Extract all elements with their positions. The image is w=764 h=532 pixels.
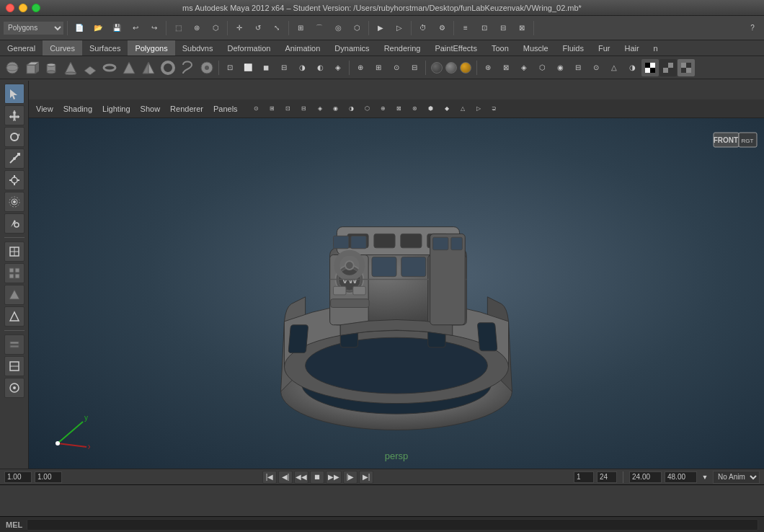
viewport-renderer-menu[interactable]: Renderer bbox=[166, 105, 208, 113]
dynamics-icon[interactable]: ⊟ bbox=[406, 59, 423, 76]
sculpt-geo-icon[interactable]: ◑ bbox=[623, 59, 641, 76]
outliner-icon[interactable]: ⊟ bbox=[494, 19, 512, 37]
pyramid-primitive-icon[interactable] bbox=[139, 58, 158, 77]
maximize-button[interactable] bbox=[32, 4, 40, 12]
plane-primitive-icon[interactable] bbox=[81, 58, 99, 77]
menu-surfaces[interactable]: Surfaces bbox=[82, 40, 128, 56]
show-manip-button[interactable] bbox=[4, 241, 25, 262]
snap-grid-icon[interactable]: ⊞ bbox=[292, 19, 309, 37]
display-mode-icon[interactable]: ⊡ bbox=[221, 59, 239, 76]
soft-mod-icon[interactable]: ⊠ bbox=[497, 59, 515, 76]
quality-low-sphere[interactable] bbox=[431, 62, 443, 74]
menu-curves[interactable]: Curves bbox=[43, 40, 82, 56]
view-cube[interactable]: FRONT RGT bbox=[710, 129, 753, 165]
vp-tb-6[interactable]: ◉ bbox=[329, 102, 343, 116]
cone-primitive-icon[interactable] bbox=[61, 58, 80, 77]
vp-tb-16[interactable]: ⊋ bbox=[487, 102, 502, 116]
sphere-primitive-icon[interactable] bbox=[3, 58, 22, 77]
render-icon[interactable]: ▶ bbox=[372, 19, 389, 37]
vp-tb-5[interactable]: ◈ bbox=[313, 102, 327, 116]
vp-tb-7[interactable]: ◑ bbox=[345, 102, 359, 116]
hypergraph-icon[interactable]: ⊠ bbox=[513, 19, 530, 37]
new-scene-icon[interactable]: 📄 bbox=[71, 19, 88, 37]
viewport-lighting-menu[interactable]: Lighting bbox=[98, 105, 135, 113]
xray-icon[interactable]: ◈ bbox=[329, 59, 347, 76]
lasso-select-icon[interactable]: ⊛ bbox=[188, 19, 205, 37]
construction-icon[interactable]: ⚙ bbox=[433, 19, 450, 37]
render-checker-icon[interactable] bbox=[678, 59, 695, 76]
vp-tb-3[interactable]: ⊡ bbox=[281, 102, 296, 116]
vp-tb-12[interactable]: ⬢ bbox=[424, 102, 438, 116]
go-to-start-button[interactable]: |◀ bbox=[262, 471, 277, 484]
menu-toon[interactable]: Toon bbox=[484, 40, 516, 56]
close-button[interactable] bbox=[6, 4, 14, 12]
rotate-tool-icon[interactable]: ↺ bbox=[249, 19, 267, 37]
snapping-icon[interactable]: ⊛ bbox=[479, 59, 497, 76]
play-back-button[interactable]: ◀◀ bbox=[294, 471, 308, 484]
start-frame-field[interactable]: 1.00 bbox=[4, 471, 32, 483]
viewport-show-menu[interactable]: Show bbox=[136, 105, 165, 113]
triangulate-icon[interactable]: △ bbox=[605, 59, 623, 76]
range-start-field[interactable]: 24.00 bbox=[629, 471, 662, 483]
checker-icon[interactable] bbox=[641, 59, 659, 76]
scale-tool-icon[interactable]: ⤡ bbox=[268, 19, 285, 37]
attribute-editor-icon[interactable]: ⊡ bbox=[476, 19, 493, 37]
soft-select-button[interactable] bbox=[4, 192, 25, 212]
prism-primitive-icon[interactable] bbox=[120, 58, 138, 77]
cylinder-primitive-icon[interactable] bbox=[42, 58, 61, 77]
viewport[interactable]: View Shading Lighting Show Renderer Pane… bbox=[29, 99, 764, 469]
vp-tb-15[interactable]: ▷ bbox=[471, 102, 486, 116]
layer-button[interactable] bbox=[4, 334, 25, 355]
bridge-icon[interactable]: ⬡ bbox=[533, 59, 551, 76]
vp-tb-8[interactable]: ⬡ bbox=[360, 102, 375, 116]
menu-rendering[interactable]: Rendering bbox=[377, 40, 428, 56]
light-icon[interactable]: ⊙ bbox=[388, 59, 405, 76]
anim-type-dropdown[interactable]: No Anim Forward Backward bbox=[713, 471, 760, 484]
stop-button[interactable]: ⏹ bbox=[310, 471, 324, 484]
quality-med-sphere[interactable] bbox=[445, 62, 457, 74]
quality-high-sphere[interactable] bbox=[460, 62, 471, 74]
helix-primitive-icon[interactable] bbox=[178, 58, 197, 77]
quick-select-button[interactable] bbox=[4, 378, 25, 398]
universal-manip-button[interactable] bbox=[4, 170, 25, 190]
ambient-icon[interactable]: ◐ bbox=[311, 59, 329, 76]
menu-deformation[interactable]: Deformation bbox=[220, 40, 277, 56]
sculpt-button[interactable] bbox=[4, 285, 25, 305]
ipr-render-icon[interactable]: ▷ bbox=[391, 19, 408, 37]
minimize-button[interactable] bbox=[19, 4, 27, 12]
channel-box-icon[interactable]: ≡ bbox=[457, 19, 474, 37]
torus-primitive-icon[interactable] bbox=[100, 58, 119, 77]
wireframe-icon[interactable]: ⬜ bbox=[239, 59, 257, 76]
lighting-icon[interactable]: ◑ bbox=[293, 59, 311, 76]
menu-general[interactable]: General bbox=[0, 40, 43, 56]
shaded-icon[interactable]: ◼ bbox=[257, 59, 275, 76]
range-arrow-icon[interactable]: ▼ bbox=[700, 471, 710, 483]
paint-select-button[interactable] bbox=[4, 213, 25, 234]
mirror-icon[interactable]: ⊟ bbox=[569, 59, 587, 76]
snap-surface-icon[interactable]: ⬡ bbox=[348, 19, 365, 37]
vp-tb-14[interactable]: △ bbox=[456, 102, 470, 116]
help-icon[interactable]: ? bbox=[744, 19, 761, 37]
viewport-panels-menu[interactable]: Panels bbox=[209, 105, 242, 113]
snap-curve-icon[interactable]: ⌒ bbox=[311, 19, 328, 37]
menu-muscle[interactable]: Muscle bbox=[516, 40, 556, 56]
vp-tb-2[interactable]: ⊞ bbox=[265, 102, 280, 116]
play-forward-button[interactable]: ▶▶ bbox=[326, 471, 342, 484]
scale-tool-button[interactable] bbox=[4, 148, 25, 169]
vp-tb-13[interactable]: ◆ bbox=[440, 102, 454, 116]
go-to-end-button[interactable]: ▶| bbox=[359, 471, 373, 484]
textured-icon[interactable]: ⊟ bbox=[275, 59, 293, 76]
soccer-ball-icon[interactable] bbox=[197, 58, 216, 77]
playback-end-field[interactable] bbox=[597, 471, 617, 483]
viewport-shading-menu[interactable]: Shading bbox=[59, 105, 97, 113]
checker2-icon[interactable] bbox=[659, 59, 677, 76]
vp-tb-1[interactable]: ⊙ bbox=[249, 102, 264, 116]
rotate-tool-button[interactable] bbox=[4, 127, 25, 147]
range-end-field[interactable]: 48.00 bbox=[665, 471, 697, 483]
menu-fluids[interactable]: Fluids bbox=[556, 40, 591, 56]
menu-polygons[interactable]: Polygons bbox=[128, 40, 174, 56]
save-scene-icon[interactable]: 💾 bbox=[108, 19, 125, 37]
menu-dynamics[interactable]: Dynamics bbox=[327, 40, 376, 56]
end-frame-field-left[interactable]: 1.00 bbox=[35, 471, 62, 483]
cube-primitive-icon[interactable] bbox=[22, 58, 41, 77]
